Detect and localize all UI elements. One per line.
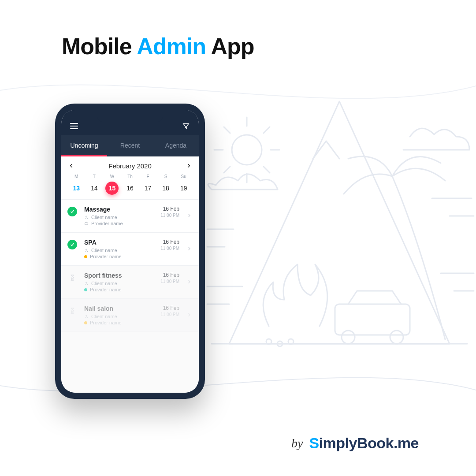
chevron-right-icon bbox=[186, 212, 193, 220]
phone-screen: UncomingRecentAgenda February 2020 MTWTh… bbox=[61, 110, 199, 393]
appointment-body: Sport fitnessClient nameProvider name bbox=[82, 272, 148, 292]
svg-point-28 bbox=[86, 315, 87, 316]
calendar-widget: February 2020 MTWThFSSu 13141516171819 bbox=[61, 156, 199, 200]
brand-dot: . bbox=[394, 435, 398, 451]
client-line: Client name bbox=[84, 314, 148, 319]
filter-icon[interactable] bbox=[181, 121, 191, 131]
svg-point-0 bbox=[232, 135, 262, 165]
appointment-title: Nail salon bbox=[84, 305, 148, 312]
chevron-right-icon bbox=[186, 278, 193, 286]
appointment-datetime: 16 Feb11:00 PM bbox=[153, 239, 179, 251]
appointment-item[interactable]: SPAClient nameProvider name16 Feb11:00 P… bbox=[61, 233, 199, 266]
provider-line: Provider name bbox=[84, 320, 148, 325]
calendar-dates: 13141516171819 bbox=[67, 182, 193, 195]
appointment-title: SPA bbox=[84, 239, 148, 246]
scenery-illustration bbox=[203, 97, 476, 361]
title-post: App bbox=[206, 33, 254, 59]
calendar-date[interactable]: 17 bbox=[141, 182, 155, 195]
calendar-day-label: Th bbox=[121, 174, 139, 179]
calendar-day-label: T bbox=[86, 174, 104, 179]
appointment-item[interactable]: MassageClient nameProvider name16 Feb11:… bbox=[61, 200, 199, 233]
calendar-date[interactable]: 18 bbox=[159, 182, 172, 195]
calendar-date[interactable]: 14 bbox=[88, 182, 101, 195]
appointment-body: Nail salonClient nameProvider name bbox=[82, 305, 148, 325]
tab-uncoming[interactable]: Uncoming bbox=[61, 135, 107, 156]
calendar-prev[interactable] bbox=[67, 162, 75, 170]
appointment-list: MassageClient nameProvider name16 Feb11:… bbox=[61, 200, 199, 393]
title-pre: Mobile bbox=[62, 33, 137, 59]
brand-mid: implyBook bbox=[319, 435, 394, 451]
calendar-day-label: F bbox=[139, 174, 157, 179]
calendar-day-label: W bbox=[103, 174, 121, 179]
calendar-date[interactable]: 15 bbox=[105, 182, 119, 195]
client-line: Client name bbox=[84, 281, 148, 286]
svg-line-6 bbox=[264, 127, 270, 133]
calendar-day-label: Su bbox=[175, 174, 193, 179]
provider-line: Provider name bbox=[84, 254, 148, 259]
appointment-item[interactable]: Nail salonClient nameProvider name16 Feb… bbox=[61, 299, 199, 332]
svg-point-10 bbox=[342, 331, 355, 344]
svg-point-11 bbox=[390, 331, 403, 344]
calendar-day-label: M bbox=[67, 174, 86, 179]
calendar-month: February 2020 bbox=[108, 162, 152, 170]
appointment-datetime: 16 Feb11:00 PM bbox=[153, 272, 179, 284]
appointment-body: MassageClient nameProvider name bbox=[82, 206, 148, 226]
client-line: Client name bbox=[84, 215, 148, 220]
appointment-body: SPAClient nameProvider name bbox=[82, 239, 148, 259]
svg-line-7 bbox=[224, 167, 230, 173]
svg-line-5 bbox=[224, 127, 230, 133]
title-accent: Admin bbox=[137, 33, 206, 59]
chevron-right-icon bbox=[186, 245, 193, 253]
tab-agenda[interactable]: Agenda bbox=[153, 135, 199, 156]
appointment-title: Massage bbox=[84, 206, 148, 213]
brand-s: S bbox=[309, 435, 319, 451]
brand-footer: by SimplyBook.me bbox=[291, 435, 419, 452]
page-title: Mobile Admin App bbox=[62, 33, 254, 60]
tab-bar: UncomingRecentAgenda bbox=[61, 135, 199, 156]
svg-line-8 bbox=[264, 167, 270, 173]
svg-point-24 bbox=[86, 216, 87, 217]
calendar-next[interactable] bbox=[185, 162, 193, 170]
status-hourglass-icon bbox=[67, 306, 77, 316]
calendar-date[interactable]: 16 bbox=[123, 182, 137, 195]
calendar-date[interactable]: 19 bbox=[177, 182, 190, 195]
svg-point-27 bbox=[86, 282, 87, 283]
appointment-item[interactable]: Sport fitnessClient nameProvider name16 … bbox=[61, 266, 199, 299]
brand-me: me bbox=[398, 435, 419, 451]
calendar-date[interactable]: 13 bbox=[70, 182, 83, 195]
by-label: by bbox=[291, 436, 303, 450]
appointment-datetime: 16 Feb11:00 PM bbox=[153, 305, 179, 317]
svg-point-26 bbox=[86, 249, 87, 250]
client-line: Client name bbox=[84, 248, 148, 253]
chevron-right-icon bbox=[186, 311, 193, 319]
status-hourglass-icon bbox=[67, 273, 77, 283]
hamburger-icon[interactable] bbox=[69, 121, 79, 131]
appointment-title: Sport fitness bbox=[84, 272, 148, 279]
status-check-icon bbox=[67, 207, 77, 216]
status-check-icon bbox=[67, 240, 77, 249]
calendar-day-labels: MTWThFSSu bbox=[67, 174, 193, 179]
appointment-datetime: 16 Feb11:00 PM bbox=[153, 206, 179, 218]
phone-notch bbox=[97, 110, 163, 122]
svg-rect-25 bbox=[85, 223, 88, 225]
brand-logo: SimplyBook.me bbox=[309, 435, 419, 452]
provider-line: Provider name bbox=[84, 287, 148, 292]
calendar-day-label: S bbox=[157, 174, 175, 179]
phone-mockup: UncomingRecentAgenda February 2020 MTWTh… bbox=[55, 104, 205, 399]
provider-line: Provider name bbox=[84, 221, 148, 226]
tab-recent[interactable]: Recent bbox=[107, 135, 153, 156]
